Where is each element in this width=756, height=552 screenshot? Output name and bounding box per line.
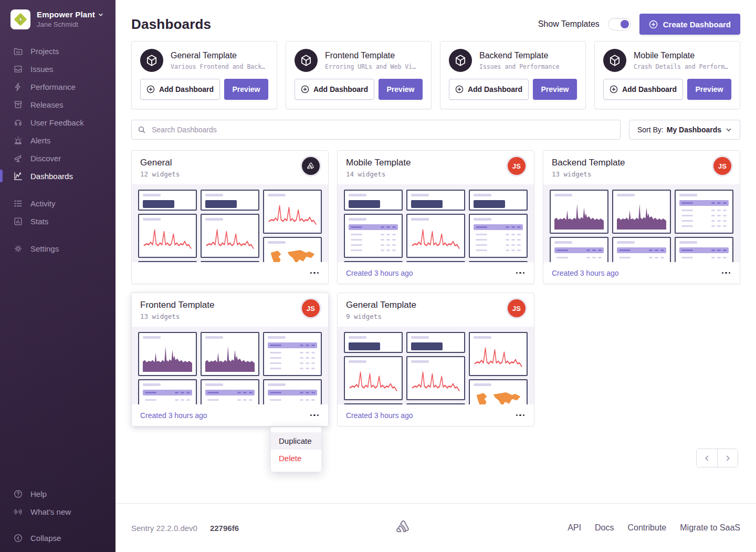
created-timestamp: Created 3 hours ago: [552, 269, 619, 277]
area-chart-widget-preview: [612, 190, 671, 234]
big-number-widget-preview: [469, 190, 528, 211]
context-menu-button[interactable]: [515, 269, 526, 277]
sidebar-item-collapse[interactable]: Collapse: [0, 529, 116, 547]
add-dashboard-button[interactable]: Add Dashboard: [140, 79, 220, 100]
help-icon: [13, 488, 23, 499]
table-widget-preview: [344, 214, 403, 258]
dashboard-card-frontend-template[interactable]: Frontend Template 13 widgets JS Created …: [131, 293, 329, 426]
show-templates-toggle[interactable]: [608, 18, 631, 30]
preview-button[interactable]: Preview: [379, 79, 423, 100]
page-title: Dashboards: [131, 16, 211, 33]
dashboard-card-backend-template[interactable]: Backend Template 13 widgets JS Created 3…: [543, 150, 740, 284]
area-chart-widget-icon: [617, 200, 666, 230]
settings-icon: [13, 243, 23, 254]
line-chart-widget-icon: [349, 367, 398, 396]
sidebar-item-what-s-new[interactable]: What's new: [0, 503, 116, 520]
template-description: Crash Details and Perform…: [634, 63, 728, 70]
line-chart-widget-icon: [205, 224, 255, 254]
sidebar-item-user-feedback[interactable]: User Feedback: [0, 113, 116, 131]
dashboards-icon: [13, 171, 23, 181]
search-input[interactable]: [131, 120, 621, 140]
context-menu-item-duplicate[interactable]: Duplicate: [271, 432, 321, 450]
sidebar-item-projects[interactable]: Projects: [0, 42, 116, 60]
footer-link-api[interactable]: API: [568, 523, 581, 533]
context-menu-button[interactable]: [309, 411, 320, 420]
line-chart-widget-icon: [143, 224, 192, 254]
context-menu: DuplicateDelete: [270, 427, 322, 472]
user-avatar-js: JS: [302, 299, 320, 317]
dashboard-card-general-template[interactable]: General Template 9 widgets JS Created 3 …: [337, 293, 534, 426]
sort-by-button[interactable]: Sort By: My Dashboards: [629, 120, 740, 140]
context-menu-item-delete[interactable]: Delete: [271, 450, 321, 467]
sidebar-item-releases[interactable]: Releases: [0, 96, 116, 113]
sidebar-item-performance[interactable]: Performance: [0, 78, 116, 96]
sidebar-item-activity[interactable]: Activity: [0, 194, 116, 212]
table-widget-preview: [675, 190, 733, 234]
line-chart-widget-icon: [411, 224, 460, 254]
template-description: Various Frontend and Back…: [171, 63, 265, 70]
main-content: Dashboards Show Templates Create Dashboa…: [116, 0, 756, 552]
chevron-right-icon: [724, 455, 731, 462]
sidebar-item-issues[interactable]: Issues: [0, 60, 116, 78]
user-avatar-js: JS: [713, 157, 731, 175]
preview-button[interactable]: Preview: [687, 79, 731, 100]
cube-icon: [299, 54, 313, 67]
plus-circle-icon: [301, 85, 309, 93]
template-title: Mobile Template: [634, 51, 728, 60]
sentry-avatar: [302, 157, 320, 175]
context-menu-button[interactable]: [309, 269, 320, 277]
add-dashboard-button[interactable]: Add Dashboard: [449, 79, 529, 100]
next-page-button[interactable]: [717, 449, 738, 467]
table-widget-preview: [675, 237, 733, 262]
table-widget-preview: [469, 261, 528, 262]
org-switcher[interactable]: Empower Plant Jane Schmidt: [0, 0, 116, 35]
line-chart-widget-preview: [201, 214, 259, 258]
add-dashboard-button[interactable]: Add Dashboard: [295, 79, 374, 100]
dashboard-title: Mobile Template: [346, 158, 526, 168]
footer-links: APIDocsContributeMigrate to SaaS: [568, 523, 740, 533]
sidebar-item-stats[interactable]: Stats: [0, 212, 116, 230]
add-dashboard-button[interactable]: Add Dashboard: [603, 79, 683, 100]
plus-circle-icon: [146, 85, 155, 93]
footer-link-contribute[interactable]: Contribute: [627, 523, 666, 533]
org-name: Empower Plant: [37, 10, 95, 19]
line-chart-widget-preview: [344, 356, 403, 400]
sidebar-item-help[interactable]: Help: [0, 485, 116, 503]
footer-link-migrate-to-saas[interactable]: Migrate to SaaS: [680, 523, 740, 533]
preview-button[interactable]: Preview: [224, 79, 268, 100]
sidebar-nav-main: Projects Issues Performance Releases Use…: [0, 42, 116, 185]
dashboard-preview: [338, 327, 534, 404]
dashboard-preview: [338, 184, 534, 262]
preview-button[interactable]: Preview: [533, 79, 577, 100]
template-card-mobile-template: Mobile Template Crash Details and Perfor…: [594, 41, 740, 109]
dashboard-card-general[interactable]: General 12 widgets: [131, 150, 329, 284]
table-widget-preview: [201, 379, 259, 404]
template-description: Issues and Performance: [479, 63, 559, 70]
previous-page-button[interactable]: [697, 449, 717, 467]
search-icon: [138, 126, 146, 134]
footer-link-docs[interactable]: Docs: [595, 523, 614, 533]
stats-icon: [13, 216, 23, 226]
plus-circle-icon: [649, 20, 658, 29]
build-hash: 22796f6: [210, 524, 239, 533]
template-cube-icon: [295, 49, 318, 72]
sidebar-item-settings[interactable]: Settings: [0, 239, 116, 257]
big-number-widget-preview: [406, 190, 465, 211]
sidebar-item-discover[interactable]: Discover: [0, 149, 116, 167]
plus-circle-icon: [455, 85, 464, 93]
sort-label: Sort By:: [637, 126, 664, 134]
template-title: Frontend Template: [325, 51, 416, 60]
world-map-widget-icon: [474, 390, 523, 404]
context-menu-button[interactable]: [721, 269, 732, 277]
area-chart-widget-preview: [550, 190, 608, 234]
create-dashboard-button[interactable]: Create Dashboard: [639, 14, 740, 35]
table-widget-preview: [138, 379, 197, 404]
template-cube-icon: [603, 49, 626, 72]
dashboard-card-mobile-template[interactable]: Mobile Template 14 widgets JS Created 3 …: [337, 150, 534, 284]
sidebar-item-dashboards[interactable]: Dashboards: [0, 167, 116, 185]
line-chart-widget-icon: [411, 367, 460, 396]
area-chart-widget-icon: [554, 200, 604, 230]
context-menu-button[interactable]: [515, 411, 526, 420]
sidebar-item-alerts[interactable]: Alerts: [0, 131, 116, 149]
dashboard-preview: [132, 184, 328, 262]
